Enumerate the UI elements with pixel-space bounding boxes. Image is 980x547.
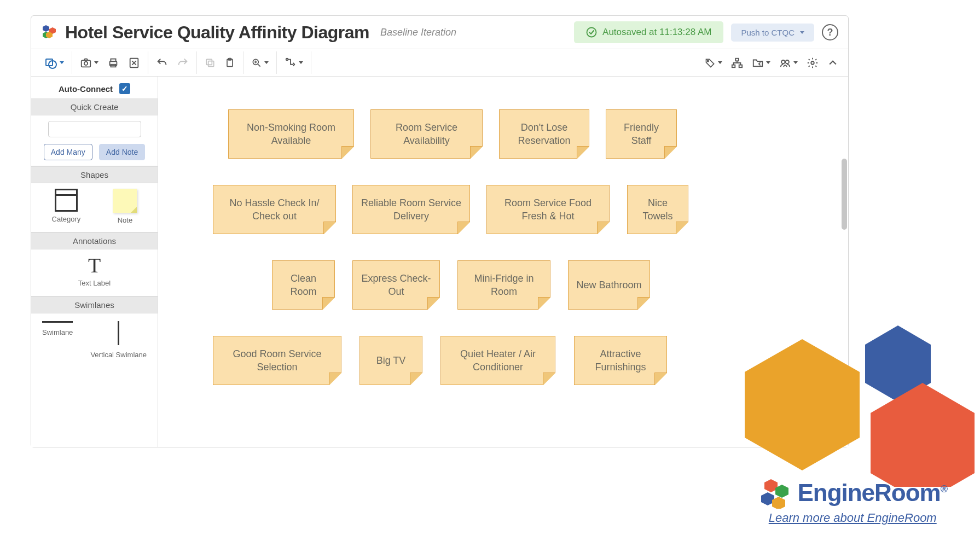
affinity-note[interactable]: Room Service Food Fresh & Hot xyxy=(486,185,610,234)
affinity-note[interactable]: Don't Lose Reservation xyxy=(499,109,589,159)
caret-down-icon xyxy=(793,61,798,64)
zoom-button[interactable] xyxy=(247,54,273,72)
app-logo-icon xyxy=(41,24,57,40)
svg-point-19 xyxy=(708,60,709,62)
autosave-status: Autosaved at 11:13:28 AM xyxy=(574,21,723,43)
svg-point-25 xyxy=(811,61,814,65)
swimlane-vertical-label: Vertical Swimlane xyxy=(90,351,147,359)
branding-footer: EngineRoom® Learn more about EngineRoom xyxy=(758,477,947,525)
text-label-icon: T xyxy=(88,255,101,276)
auto-connect-checkbox[interactable] xyxy=(119,83,130,94)
brand-name: EngineRoom® xyxy=(797,479,947,507)
affinity-note[interactable]: Quiet Heater / Air Conditioner xyxy=(440,336,555,385)
scrollbar[interactable] xyxy=(839,77,848,447)
caret-down-icon xyxy=(94,61,98,64)
note-shape-icon xyxy=(113,189,137,213)
tree-button[interactable] xyxy=(727,54,747,72)
toolbar xyxy=(31,49,848,77)
category-shape-icon xyxy=(55,189,78,212)
add-many-button[interactable]: Add Many xyxy=(44,144,92,160)
copy-button[interactable] xyxy=(200,54,220,72)
svg-rect-14 xyxy=(206,59,212,65)
caret-down-icon xyxy=(718,61,722,64)
affinity-note[interactable]: New Bathroom xyxy=(568,260,650,310)
print-button[interactable] xyxy=(103,54,124,72)
quick-create-header: Quick Create xyxy=(31,98,158,115)
swimlane-horizontal-icon xyxy=(42,321,73,323)
push-ctqc-label: Push to CTQC xyxy=(741,28,795,37)
paste-button[interactable] xyxy=(220,54,240,72)
svg-point-23 xyxy=(781,60,785,63)
connector-button[interactable] xyxy=(280,54,308,72)
tag-button[interactable] xyxy=(700,54,727,72)
affinity-note[interactable]: Good Room Service Selection xyxy=(213,336,341,385)
affinity-note[interactable]: Non-Smoking Room Available xyxy=(228,109,354,159)
autosave-text: Autosaved at 11:13:28 AM xyxy=(602,27,711,38)
svg-point-4 xyxy=(587,28,596,37)
affinity-note[interactable]: Room Service Availability xyxy=(370,109,483,159)
undo-button[interactable] xyxy=(152,54,172,72)
collapse-button[interactable] xyxy=(823,54,843,72)
swimlane-horizontal-label: Swimlane xyxy=(42,328,73,336)
affinity-note[interactable]: Attractive Furnishings xyxy=(574,336,667,385)
shapes-header: Shapes xyxy=(31,166,158,183)
app-window: Hotel Service Quality Affinity Diagram B… xyxy=(31,15,849,447)
caret-down-icon xyxy=(60,61,64,64)
sidebar: Auto-Connect Quick Create Add Many Add N… xyxy=(31,77,158,447)
share-button[interactable] xyxy=(775,54,802,72)
check-circle-icon xyxy=(586,27,597,38)
svg-point-24 xyxy=(785,60,788,63)
affinity-note[interactable]: Nice Towels xyxy=(627,185,688,234)
camera-button[interactable] xyxy=(76,54,103,72)
header-bar: Hotel Service Quality Affinity Diagram B… xyxy=(31,16,848,49)
shape-note-label: Note xyxy=(118,216,132,224)
scrollbar-thumb[interactable] xyxy=(842,159,847,230)
caret-down-icon xyxy=(800,31,804,34)
page-title: Hotel Service Quality Affinity Diagram xyxy=(65,22,369,43)
push-ctqc-button[interactable]: Push to CTQC xyxy=(731,24,814,42)
annotation-text-label-caption: Text Label xyxy=(78,279,111,287)
canvas[interactable]: Non-Smoking Room Available Room Service … xyxy=(158,77,848,447)
affinity-note[interactable]: Mini-Fridge in Room xyxy=(457,260,550,310)
affinity-note[interactable]: Clean Room xyxy=(272,260,335,310)
affinity-note[interactable]: No Hassle Check In/ Check out xyxy=(213,185,336,234)
help-button[interactable]: ? xyxy=(822,24,838,40)
caret-down-icon xyxy=(299,61,303,64)
quick-create-input[interactable] xyxy=(48,121,141,137)
shapes-tool-button[interactable] xyxy=(40,53,68,73)
page-subtitle: Baseline Iteration xyxy=(380,27,456,38)
svg-rect-22 xyxy=(739,65,743,67)
caret-down-icon xyxy=(264,61,269,64)
swimlane-horizontal[interactable]: Swimlane xyxy=(42,321,73,359)
swimlanes-header: Swimlanes xyxy=(31,296,158,313)
svg-point-18 xyxy=(286,58,288,60)
folder-button[interactable] xyxy=(747,54,775,72)
annotation-text-label[interactable]: T Text Label xyxy=(78,255,111,287)
shape-category-label: Category xyxy=(52,215,81,223)
learn-more-link[interactable]: Learn more about EngineRoom xyxy=(769,511,937,525)
affinity-note[interactable]: Friendly Staff xyxy=(606,109,677,159)
export-excel-button[interactable] xyxy=(124,54,144,72)
svg-point-8 xyxy=(84,61,88,65)
settings-button[interactable] xyxy=(802,54,823,72)
redo-button[interactable] xyxy=(172,54,193,72)
svg-marker-28 xyxy=(871,383,975,487)
shape-category[interactable]: Category xyxy=(52,189,81,224)
svg-rect-10 xyxy=(111,59,115,61)
caret-down-icon xyxy=(766,61,770,64)
svg-rect-13 xyxy=(208,61,214,66)
affinity-note[interactable]: Express Check-Out xyxy=(352,260,440,310)
add-note-button[interactable]: Add Note xyxy=(99,144,145,160)
swimlane-vertical[interactable]: Vertical Swimlane xyxy=(90,321,147,359)
swimlane-vertical-icon xyxy=(118,321,119,345)
shape-note[interactable]: Note xyxy=(113,189,137,224)
svg-rect-20 xyxy=(735,58,739,61)
svg-marker-27 xyxy=(865,325,931,402)
annotations-header: Annotations xyxy=(31,232,158,249)
auto-connect-label: Auto-Connect xyxy=(59,84,113,94)
affinity-note[interactable]: Reliable Room Service Delivery xyxy=(352,185,470,234)
affinity-note[interactable]: Big TV xyxy=(359,336,422,385)
auto-connect-row: Auto-Connect xyxy=(31,79,158,98)
svg-marker-0 xyxy=(43,25,49,32)
engineroom-logo-icon xyxy=(758,477,792,509)
